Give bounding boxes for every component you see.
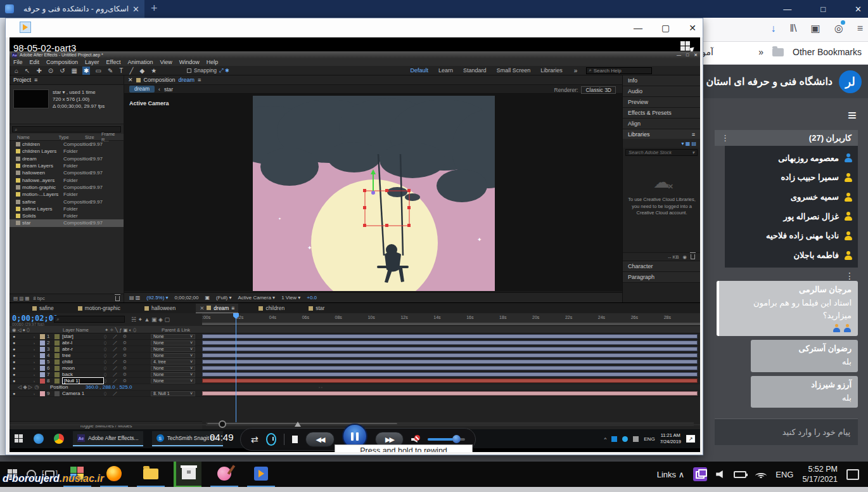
panel-tab[interactable]: Preview	[623, 97, 700, 108]
ae-tool-icon[interactable]: T	[118, 67, 124, 75]
layer-row[interactable]: ● › 3 abr-r ⬯ ╱ ◎ None˅	[10, 346, 700, 353]
visibility-eye-icon[interactable]: ●	[10, 391, 18, 396]
chat-kebab-icon[interactable]: ⋮	[845, 271, 854, 281]
layer-switches[interactable]: ⬯ ╱ ◎	[104, 359, 151, 365]
layer-switches[interactable]: ⬯ ╱ ◎	[104, 372, 151, 377]
timeline-tab[interactable]: halloween	[141, 304, 179, 313]
layer-row[interactable]: ● › 1 [star] ⬯ ╱ ◎ None˅	[10, 333, 700, 340]
layer-name[interactable]: back	[62, 372, 104, 377]
playhead[interactable]	[236, 313, 236, 425]
project-item-row[interactable]: dream Layers Folder	[10, 162, 124, 169]
visibility-eye-icon[interactable]: ●	[10, 366, 18, 370]
parent-link-select[interactable]: None˅	[151, 334, 195, 339]
layer-row[interactable]: ● › 2 abr-l ⬯ ╱ ◎ None˅	[10, 340, 700, 346]
chat-message[interactable]: مرجان سالرمی استاد این فیلما رو هم برامو…	[717, 281, 858, 336]
panel-menu-icon[interactable]: ≡	[198, 77, 201, 83]
layer-duration-bar[interactable]	[202, 334, 698, 339]
layer-name[interactable]: moon	[62, 365, 104, 371]
sidebar-toggle-icon[interactable]: ▣	[811, 22, 820, 34]
timeline-tab[interactable]: motion-graphic	[74, 304, 124, 313]
camera-select[interactable]: Active Camera ▾	[238, 295, 275, 301]
user-row[interactable]: فاطمه باجلان	[730, 250, 853, 260]
layer-color-chip[interactable]	[40, 391, 45, 396]
visibility-eye-icon[interactable]: ●	[10, 334, 18, 339]
twirl-icon[interactable]: ›	[34, 354, 40, 358]
ae-tool-icon[interactable]: ▭	[94, 67, 102, 75]
parent-link-select[interactable]: None˅	[151, 353, 195, 358]
layer-switches[interactable]: ⬯ ╱ ◎	[104, 366, 151, 371]
timeline-option-icons[interactable]: ☵ ✦ ▲ ▣ ◈ ▢	[131, 316, 170, 323]
layer-row[interactable]: ● › 8 [Null 1] ⬯ ╱ ◎ None˅	[10, 378, 700, 384]
time-ruler[interactable]: :00s02s04s06s08s10s12s14s16s18s20s22s24s…	[202, 313, 700, 326]
layer-switches[interactable]: ⬯ ╱ ◎	[104, 353, 151, 358]
rewind-button[interactable]: ◀◀	[305, 432, 334, 447]
player-close-button[interactable]: ✕	[689, 23, 696, 33]
parent-link-select[interactable]: 4. tree˅	[151, 359, 195, 365]
parent-link-select[interactable]: None˅	[151, 366, 195, 371]
video-area[interactable]: 98-05-02-part3 Ae Adobe After Effects - …	[10, 37, 700, 452]
ae-menu-item[interactable]: Edit	[30, 59, 40, 65]
layer-switches[interactable]: ⬯ ╱ ◎	[104, 379, 151, 384]
layer-color-chip[interactable]	[40, 347, 45, 352]
bookmarks-overflow-icon[interactable]: »	[758, 47, 763, 57]
replay-clock-icon[interactable]	[266, 433, 276, 446]
hotspots-icon[interactable]: ⇄	[251, 434, 258, 444]
ae-tool-icon[interactable]: ↺	[58, 67, 66, 75]
project-item-row[interactable]: children Layers Folder	[10, 148, 124, 155]
user-row[interactable]: سمیرا حبیب زاده	[730, 172, 853, 182]
breadcrumb-item[interactable]: star	[164, 86, 173, 93]
work-area-bar[interactable]	[202, 323, 700, 325]
downloads-icon[interactable]: ↓	[771, 23, 776, 34]
ae-menu-item[interactable]: Effect	[106, 59, 121, 65]
layer-duration-bar[interactable]	[202, 340, 698, 345]
layer-row[interactable]: ● › 4 tree ⬯ ╱ ◎ None˅	[10, 353, 700, 359]
layer-name[interactable]: tree	[62, 353, 104, 358]
layer-name[interactable]: [star]	[62, 333, 104, 339]
layer-name[interactable]: Camera 1	[62, 391, 104, 396]
ae-tool-icon[interactable]: ⌂	[13, 67, 20, 75]
project-item-row[interactable]: halloween Composition 29.97	[10, 169, 124, 176]
ae-tool-icon[interactable]: ↖	[23, 67, 31, 75]
layer-name[interactable]: [Null 1]	[62, 377, 104, 384]
layer-switches[interactable]: ⬯ ╱ ◎	[104, 334, 151, 339]
comp-tab-close-icon[interactable]: ✕	[128, 77, 133, 83]
player-maximize-button[interactable]: ▢	[661, 23, 670, 33]
workspace-tab[interactable]: Standard	[463, 67, 487, 74]
ae-menu-item[interactable]: Composition	[46, 59, 78, 65]
taskbar-app-player[interactable]	[247, 462, 275, 487]
layer-switches[interactable]: ⬯ ╱ ◎	[104, 340, 151, 346]
users-header[interactable]: ⋮ کاربران (27)	[715, 130, 858, 146]
project-item-row[interactable]: motion-...Layers Folder	[10, 191, 124, 198]
panel-menu-icon[interactable]: ≡	[231, 305, 234, 311]
player-minimize-button[interactable]: —	[634, 23, 642, 33]
libraries-tab[interactable]: Libraries	[628, 131, 650, 138]
visibility-eye-icon[interactable]: ●	[10, 353, 18, 358]
taskbar-app-firefox[interactable]	[100, 462, 128, 487]
color-depth-label[interactable]: 8 bpc	[33, 295, 44, 301]
layer-color-chip[interactable]	[40, 340, 45, 346]
twirl-icon[interactable]: ›	[34, 360, 40, 364]
ae-tool-icon[interactable]: ✚	[35, 67, 42, 75]
trash-icon[interactable]	[115, 296, 120, 301]
parent-link-select[interactable]: None˅	[151, 372, 195, 377]
layer-color-chip[interactable]	[40, 359, 45, 365]
twirl-icon[interactable]: ›	[34, 379, 40, 383]
workspace-tab[interactable]: Default	[411, 67, 429, 74]
comp-status-icons[interactable]: ▤ ▥	[129, 295, 140, 301]
ae-tool-icon[interactable]: ✱	[82, 67, 90, 75]
layer-duration-bar[interactable]	[202, 353, 698, 358]
player-titlebar[interactable]: — ▢ ✕	[6, 18, 703, 37]
remote-app-tray-icon[interactable]	[693, 467, 707, 481]
current-timecode[interactable]: 0;00;02;00	[12, 314, 58, 323]
battery-icon[interactable]	[734, 471, 746, 478]
libraries-view-toggle[interactable]: ▾ ▦ ▤	[623, 139, 700, 148]
clock[interactable]: 5:52 PM 5/17/2021	[802, 464, 838, 485]
new-tab-button[interactable]: +	[151, 2, 158, 15]
twirl-icon[interactable]: ›	[34, 335, 40, 339]
twirl-icon[interactable]: ›	[34, 392, 40, 396]
parent-link-select[interactable]: None˅	[151, 347, 195, 352]
property-name[interactable]: Position	[41, 384, 86, 390]
ae-tool-icon[interactable]: ▦	[70, 67, 79, 75]
ae-tool-icon[interactable]: ╱	[128, 67, 134, 75]
panel-tab[interactable]: Info	[623, 75, 700, 86]
